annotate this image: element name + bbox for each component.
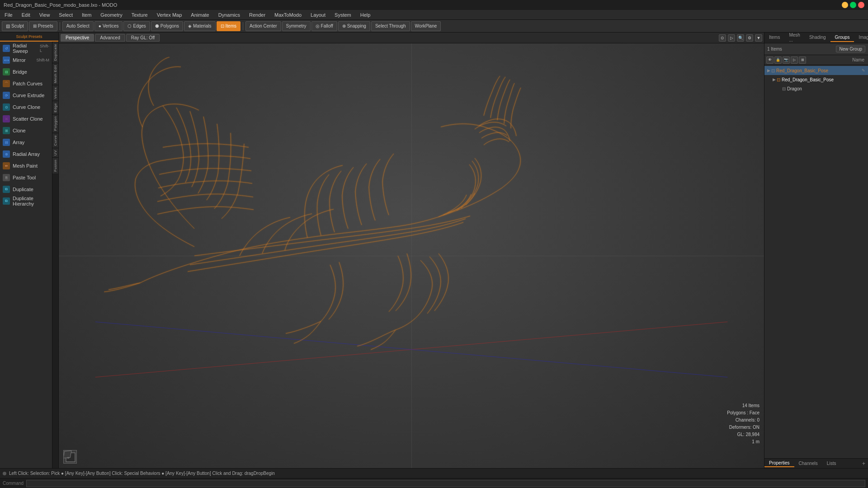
scatter-clone-icon: ⁙ bbox=[3, 115, 10, 122]
snapping-icon: ⊕ bbox=[342, 23, 346, 28]
vert-tab-meshedit[interactable]: Mesh Edit bbox=[52, 63, 58, 85]
presets-button[interactable]: ⊞ Presets bbox=[29, 21, 57, 31]
sub-tab-lists[interactable]: Lists bbox=[822, 460, 841, 467]
items-button[interactable]: ⊡ Items bbox=[217, 21, 241, 31]
close-btn[interactable] bbox=[858, 2, 864, 8]
viewport-header: Perspective Advanced Ray GL: Off ⊙ ▷ 🔍 ⚙… bbox=[59, 33, 764, 43]
groups-render-icon[interactable]: ▷ bbox=[791, 56, 798, 64]
tool-patch-curves[interactable]: ⌒ Patch Curves bbox=[0, 78, 52, 89]
groups-expand-icon[interactable]: ⊞ bbox=[799, 56, 806, 64]
vp-tab-raygl[interactable]: Ray GL: Off bbox=[126, 34, 160, 42]
vert-tab-polygon[interactable]: Polygon bbox=[52, 114, 58, 132]
tree-edit-icon[interactable]: ✎ bbox=[862, 68, 865, 73]
tool-clone[interactable]: ⊞ Clone bbox=[0, 125, 52, 136]
menu-help[interactable]: Help bbox=[359, 11, 373, 19]
scale-info: 1 m bbox=[727, 438, 760, 446]
menu-geometry[interactable]: Geometry bbox=[99, 11, 124, 19]
tool-array[interactable]: ⊟ Array bbox=[0, 136, 52, 148]
menu-layout[interactable]: Layout bbox=[309, 11, 327, 19]
right-tab-groups[interactable]: Groups bbox=[830, 33, 854, 42]
viewport-info: 14 Items Polygons : Face Channels: 0 Def… bbox=[727, 402, 760, 446]
viewport-canvas[interactable]: 14 Items Polygons : Face Channels: 0 Def… bbox=[59, 43, 764, 468]
edges-button[interactable]: ⬡ Edges bbox=[123, 21, 150, 31]
action-center-button[interactable]: Action Center bbox=[245, 21, 281, 31]
tree-row-dragon[interactable]: ▶ ⊟ Dragon bbox=[764, 84, 868, 93]
materials-button[interactable]: ◈ Materials bbox=[184, 21, 216, 31]
right-tab-items[interactable]: Items bbox=[764, 33, 784, 42]
tree-row-root[interactable]: ▶ ⊡ Red_Dragon_Basic_Pose ✎ bbox=[764, 66, 868, 75]
nav-cube[interactable]: ⊡ bbox=[63, 450, 77, 464]
vert-tab-duplicate[interactable]: Duplicate bbox=[52, 42, 58, 63]
tool-bridge[interactable]: ⊟ Bridge bbox=[0, 66, 52, 78]
vert-tab-vertex[interactable]: Vertex bbox=[52, 85, 58, 101]
tool-duplicate-hierarchy[interactable]: ⧉ Duplicate Hierarchy bbox=[0, 195, 52, 207]
command-input[interactable] bbox=[26, 480, 865, 487]
patch-curves-icon: ⌒ bbox=[3, 80, 10, 87]
falloff-icon: ◎ bbox=[316, 23, 320, 28]
new-group-button[interactable]: New Group bbox=[836, 46, 865, 52]
vert-tab-curve[interactable]: Curve bbox=[52, 133, 58, 148]
sculpt-icon: ▧ bbox=[6, 23, 10, 28]
groups-lock-icon[interactable]: 🔒 bbox=[774, 56, 782, 64]
tool-radial-sweep[interactable]: ↺ Radial Sweep Shift-L bbox=[0, 42, 52, 54]
tool-curve-extrude[interactable]: ⟳ Curve Extrude bbox=[0, 89, 52, 101]
right-panel-tabs: Items Mesh ... Shading Groups Images + » bbox=[764, 33, 868, 43]
sub-tab-add[interactable]: + bbox=[859, 460, 868, 468]
menu-vertexmap[interactable]: Vertex Map bbox=[155, 11, 184, 19]
vp-icon-search[interactable]: 🔍 bbox=[737, 34, 744, 42]
vp-icon-more[interactable]: ▼ bbox=[755, 34, 762, 42]
falloff-button[interactable]: ◎ Falloff bbox=[311, 21, 337, 31]
menu-animate[interactable]: Animate bbox=[189, 11, 211, 19]
maximize-btn[interactable] bbox=[850, 2, 856, 8]
sub-tab-channels[interactable]: Channels bbox=[794, 460, 822, 467]
menu-render[interactable]: Render bbox=[247, 11, 267, 19]
radial-array-icon: ⊛ bbox=[3, 150, 10, 158]
command-bar: Command bbox=[0, 478, 868, 488]
tool-scatter-clone[interactable]: ⁙ Scatter Clone bbox=[0, 113, 52, 125]
vert-tab-uv[interactable]: UV bbox=[52, 148, 58, 157]
menu-select[interactable]: Select bbox=[57, 11, 75, 19]
symmetry-button[interactable]: Symmetry bbox=[282, 21, 311, 31]
tool-paste-tool[interactable]: ⎘ Paste Tool bbox=[0, 172, 52, 183]
vert-tab-fusion[interactable]: Fusion bbox=[52, 157, 58, 174]
menu-edit[interactable]: Edit bbox=[20, 11, 32, 19]
right-tab-images[interactable]: Images bbox=[854, 33, 868, 42]
menu-view[interactable]: View bbox=[38, 11, 52, 19]
vp-icon-render[interactable]: ▷ bbox=[728, 34, 735, 42]
auto-select-button[interactable]: Auto Select bbox=[62, 21, 94, 31]
right-tab-shading[interactable]: Shading bbox=[805, 33, 830, 42]
right-tab-mesh[interactable]: Mesh ... bbox=[784, 31, 804, 45]
sculpt-button[interactable]: ▧ Sculpt bbox=[2, 21, 28, 31]
menu-dynamics[interactable]: Dynamics bbox=[217, 11, 242, 19]
tool-curve-clone[interactable]: ⊙ Curve Clone bbox=[0, 101, 52, 113]
duplicate-icon: ⧉ bbox=[3, 186, 10, 193]
vp-tab-perspective[interactable]: Perspective bbox=[61, 34, 94, 42]
tool-radial-array[interactable]: ⊛ Radial Array bbox=[0, 148, 52, 160]
vertices-button[interactable]: ● Vertices bbox=[94, 21, 123, 31]
groups-eye-icon[interactable]: 👁 bbox=[766, 56, 774, 64]
workplane-button[interactable]: WorkPlane bbox=[411, 21, 441, 31]
menu-system[interactable]: System bbox=[333, 11, 353, 19]
vp-icon-settings[interactable]: ⚙ bbox=[746, 34, 753, 42]
vp-icon-camera[interactable]: ⊙ bbox=[719, 34, 726, 42]
sub-tab-properties[interactable]: Properties bbox=[764, 460, 794, 467]
snapping-button[interactable]: ⊕ Snapping bbox=[338, 21, 370, 31]
groups-camera-icon[interactable]: 📷 bbox=[783, 56, 790, 64]
sep2 bbox=[243, 22, 243, 30]
minimize-btn[interactable] bbox=[842, 2, 848, 8]
vp-tab-advanced[interactable]: Advanced bbox=[95, 34, 125, 42]
menu-file[interactable]: File bbox=[3, 11, 14, 19]
tree-row-scene[interactable]: ▶ ⊡ Red_Dragon_Basic_Pose bbox=[764, 75, 868, 84]
tool-mesh-paint[interactable]: ✏ Mesh Paint bbox=[0, 160, 52, 172]
tool-mirror[interactable]: ⟺ Mirror Shift-M bbox=[0, 54, 52, 66]
sculpt-presets-tab[interactable]: Sculpt Presets bbox=[0, 33, 58, 42]
tool-duplicate[interactable]: ⧉ Duplicate bbox=[0, 183, 52, 195]
tree-icon-scene: ⊡ bbox=[771, 68, 775, 73]
menu-item[interactable]: Item bbox=[80, 11, 93, 19]
menu-maxtomodo[interactable]: MaxToModo bbox=[273, 11, 303, 19]
menu-texture[interactable]: Texture bbox=[130, 11, 150, 19]
channels-info: Channels: 0 bbox=[727, 417, 760, 424]
polygons-button[interactable]: ⬣ Polygons bbox=[151, 21, 183, 31]
select-through-button[interactable]: Select Through bbox=[371, 21, 410, 31]
vert-tab-edge[interactable]: Edge bbox=[52, 101, 58, 114]
